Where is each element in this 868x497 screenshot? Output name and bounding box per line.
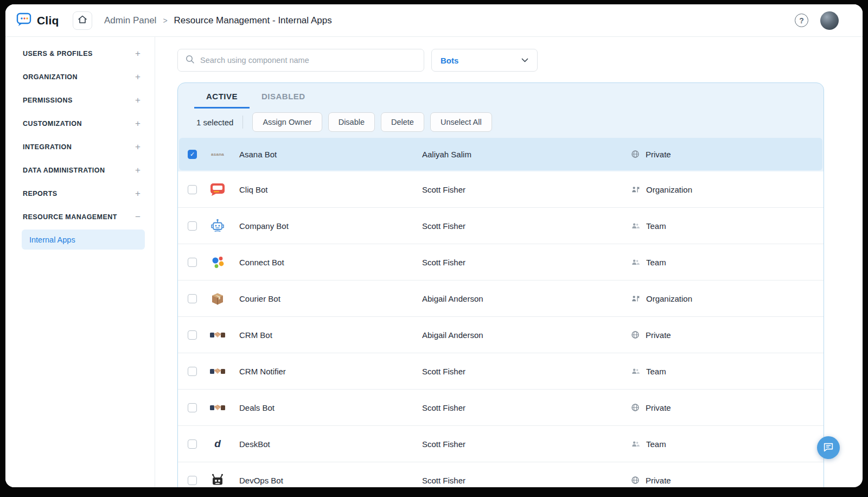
row-checkbox[interactable]: ✓ (188, 150, 197, 159)
bot-name: DevOps Bot (239, 476, 422, 485)
sidebar-item-reports[interactable]: REPORTS+ (5, 182, 155, 205)
expand-icon[interactable]: + (135, 165, 141, 175)
owner-name: Scott Fisher (422, 367, 631, 376)
sidebar: USERS & PROFILES+ORGANIZATION+PERMISSION… (5, 37, 155, 487)
row-checkbox[interactable] (188, 330, 197, 340)
user-avatar[interactable] (820, 11, 839, 30)
assign-owner-button[interactable]: Assign Owner (252, 112, 322, 132)
globe-icon (631, 403, 640, 412)
delete-button[interactable]: Delete (381, 112, 424, 132)
scope-label: Team (646, 258, 666, 267)
row-checkbox[interactable] (188, 439, 197, 449)
scope-label: Team (646, 367, 666, 376)
sidebar-item-customization[interactable]: CUSTOMIZATION+ (5, 112, 155, 135)
main-content: Bots ACTIVE DISABLED 1 selec (155, 37, 863, 487)
table-row[interactable]: Company BotScott FisherTeam (178, 208, 824, 244)
help-icon[interactable]: ? (795, 14, 808, 27)
table-row[interactable]: dDeskBotScott FisherTeam (178, 426, 824, 462)
scope-label: Organization (646, 185, 692, 194)
owner-name: Abigail Anderson (422, 330, 631, 340)
expand-icon[interactable]: + (135, 95, 141, 105)
handshake-icon (208, 398, 227, 417)
table-row[interactable]: ✓asanaAsana BotAaliyah SalimPrivate (179, 138, 822, 170)
toolbar-divider (242, 116, 243, 129)
top-header: Cliq Admin Panel > Resource Management -… (5, 4, 863, 37)
row-checkbox[interactable] (188, 221, 197, 231)
scope-cell: Team (631, 221, 666, 231)
bot-name: Courier Bot (239, 294, 422, 303)
sidebar-item-label: USERS & PROFILES (23, 50, 93, 58)
logo-text: Cliq (37, 14, 59, 27)
scope-label: Organization (646, 294, 692, 303)
chat-fab-button[interactable] (817, 436, 840, 459)
sidebar-item-resource-management[interactable]: RESOURCE MANAGEMENT− (5, 205, 155, 228)
cliq-logo: Cliq (16, 12, 73, 29)
row-checkbox[interactable] (188, 367, 197, 376)
sidebar-item-data-administration[interactable]: DATA ADMINISTRATION+ (5, 158, 155, 182)
breadcrumb-admin-panel[interactable]: Admin Panel (104, 15, 156, 26)
team-icon (631, 222, 640, 230)
robot-outline-icon (208, 216, 227, 235)
row-checkbox[interactable] (188, 185, 197, 194)
row-checkbox[interactable] (188, 258, 197, 267)
bot-name: Asana Bot (239, 150, 422, 159)
table-row[interactable]: Deals BotScott FisherPrivate (178, 390, 824, 426)
dropdown-value: Bots (441, 56, 458, 65)
app-window: Cliq Admin Panel > Resource Management -… (5, 4, 863, 487)
home-button[interactable] (73, 11, 92, 30)
tab-disabled[interactable]: DISABLED (250, 92, 317, 109)
table-row[interactable]: CRM NotifierScott FisherTeam (178, 353, 824, 390)
globe-icon (631, 476, 640, 485)
sidebar-item-integration[interactable]: INTEGRATION+ (5, 135, 155, 158)
sidebar-item-label: INTEGRATION (23, 143, 72, 151)
table-row[interactable]: Connect BotScott FisherTeam (178, 244, 824, 281)
component-type-dropdown[interactable]: Bots (431, 49, 538, 72)
scope-cell: Team (631, 367, 666, 376)
scope-label: Private (646, 403, 671, 412)
bot-name: Cliq Bot (239, 185, 422, 194)
unselect-all-button[interactable]: Unselect All (430, 112, 492, 132)
table-row[interactable]: Cliq BotScott FisherOrganization (178, 171, 824, 208)
sidebar-item-organization[interactable]: ORGANIZATION+ (5, 65, 155, 88)
scope-cell: Organization (631, 294, 692, 303)
window-frame: Cliq Admin Panel > Resource Management -… (0, 0, 868, 497)
breadcrumb: Admin Panel > Resource Management - Inte… (104, 15, 332, 26)
expand-icon[interactable]: + (135, 142, 141, 151)
sidebar-subitem-internal-apps[interactable]: Internal Apps (22, 230, 145, 250)
row-checkbox[interactable] (188, 294, 197, 303)
scope-cell: Private (631, 330, 671, 340)
owner-name: Scott Fisher (422, 258, 631, 267)
bot-table: ✓asanaAsana BotAaliyah SalimPrivateCliq … (178, 138, 824, 487)
owner-name: Scott Fisher (422, 185, 631, 194)
table-row[interactable]: CRM BotAbigail AndersonPrivate (178, 317, 824, 353)
sidebar-item-label: PERMISSIONS (23, 97, 73, 104)
expand-icon[interactable]: + (135, 119, 141, 128)
scope-label: Private (646, 150, 671, 159)
collapse-icon[interactable]: − (135, 212, 141, 221)
breadcrumb-current-page: Resource Management - Internal Apps (174, 15, 332, 26)
search-input[interactable] (200, 56, 416, 65)
bot-name: CRM Bot (239, 330, 422, 340)
cliq-logo-icon (16, 12, 33, 29)
sidebar-item-label: CUSTOMIZATION (23, 120, 82, 128)
bot-name: CRM Notifier (239, 367, 422, 376)
expand-icon[interactable]: + (135, 49, 141, 58)
asana-logo-icon: asana (208, 144, 227, 164)
tabs-bar: ACTIVE DISABLED (178, 83, 824, 109)
tab-active[interactable]: ACTIVE (194, 92, 250, 109)
table-row[interactable]: DevOps BotScott FisherPrivate (178, 462, 824, 487)
expand-icon[interactable]: + (135, 189, 141, 198)
row-checkbox[interactable] (188, 403, 197, 412)
header-actions: ? (795, 11, 839, 30)
row-checkbox[interactable] (188, 476, 197, 485)
owner-name: Scott Fisher (422, 403, 631, 412)
owner-name: Scott Fisher (422, 439, 631, 449)
table-row[interactable]: Courier BotAbigail AndersonOrganization (178, 281, 824, 317)
scope-cell: Team (631, 258, 666, 267)
scope-cell: Team (631, 439, 666, 449)
sidebar-item-users-profiles[interactable]: USERS & PROFILES+ (5, 42, 155, 65)
disable-button[interactable]: Disable (328, 112, 375, 132)
sidebar-item-permissions[interactable]: PERMISSIONS+ (5, 88, 155, 112)
organization-icon (631, 186, 640, 194)
expand-icon[interactable]: + (135, 72, 141, 81)
